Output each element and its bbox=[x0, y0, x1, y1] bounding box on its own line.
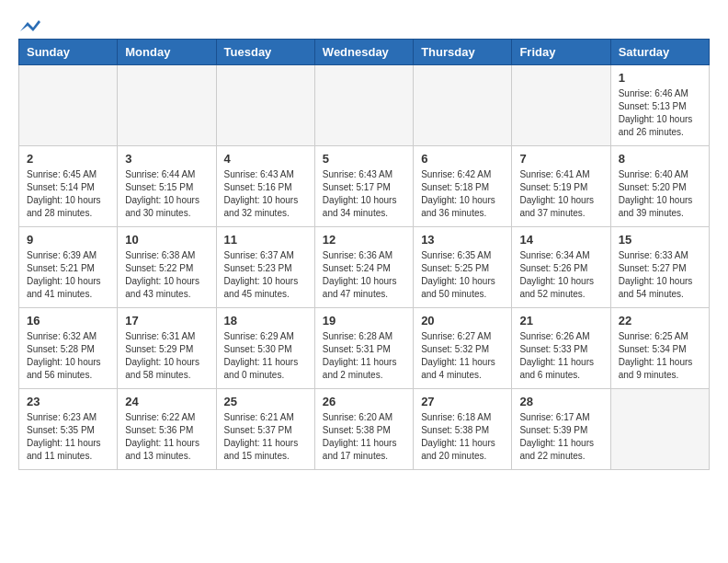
day-info: Sunrise: 6:37 AMSunset: 5:23 PMDaylight:… bbox=[224, 249, 307, 301]
day-number: 21 bbox=[519, 314, 602, 327]
day-number: 6 bbox=[421, 152, 504, 166]
day-number: 9 bbox=[27, 233, 109, 247]
day-number: 12 bbox=[323, 233, 405, 247]
day-info: Sunrise: 6:39 AMSunset: 5:21 PMDaylight:… bbox=[27, 249, 109, 301]
day-info: Sunrise: 6:28 AMSunset: 5:31 PMDaylight:… bbox=[323, 330, 405, 382]
day-info: Sunrise: 6:35 AMSunset: 5:25 PMDaylight:… bbox=[421, 249, 504, 301]
day-number: 20 bbox=[421, 314, 504, 327]
day-info: Sunrise: 6:18 AMSunset: 5:38 PMDaylight:… bbox=[421, 411, 504, 463]
day-info: Sunrise: 6:41 AMSunset: 5:19 PMDaylight:… bbox=[519, 168, 602, 220]
calendar-cell bbox=[19, 65, 118, 146]
day-number: 25 bbox=[224, 395, 307, 408]
calendar-cell: 24Sunrise: 6:22 AMSunset: 5:36 PMDayligh… bbox=[118, 389, 216, 470]
calendar-cell: 27Sunrise: 6:18 AMSunset: 5:38 PMDayligh… bbox=[414, 389, 512, 470]
calendar-cell: 8Sunrise: 6:40 AMSunset: 5:20 PMDaylight… bbox=[610, 146, 709, 227]
calendar-cell: 23Sunrise: 6:23 AMSunset: 5:35 PMDayligh… bbox=[19, 389, 118, 470]
calendar-week-2: 9Sunrise: 6:39 AMSunset: 5:21 PMDaylight… bbox=[19, 227, 710, 308]
calendar-table: SundayMondayTuesdayWednesdayThursdayFrid… bbox=[18, 39, 710, 470]
day-number: 28 bbox=[519, 395, 602, 408]
day-number: 13 bbox=[421, 233, 504, 247]
column-header-thursday: Thursday bbox=[414, 40, 512, 65]
day-info: Sunrise: 6:38 AMSunset: 5:22 PMDaylight:… bbox=[125, 249, 208, 301]
day-number: 7 bbox=[519, 152, 602, 166]
day-number: 27 bbox=[421, 395, 504, 408]
column-header-tuesday: Tuesday bbox=[216, 40, 314, 65]
calendar-header-row: SundayMondayTuesdayWednesdayThursdayFrid… bbox=[19, 40, 710, 65]
day-info: Sunrise: 6:46 AMSunset: 5:13 PMDaylight:… bbox=[619, 87, 701, 139]
calendar-cell: 2Sunrise: 6:45 AMSunset: 5:14 PMDaylight… bbox=[19, 146, 118, 227]
day-info: Sunrise: 6:29 AMSunset: 5:30 PMDaylight:… bbox=[224, 330, 307, 382]
calendar-cell: 4Sunrise: 6:43 AMSunset: 5:16 PMDaylight… bbox=[216, 146, 314, 227]
calendar-cell: 9Sunrise: 6:39 AMSunset: 5:21 PMDaylight… bbox=[19, 227, 118, 308]
day-info: Sunrise: 6:44 AMSunset: 5:15 PMDaylight:… bbox=[125, 168, 208, 220]
day-info: Sunrise: 6:17 AMSunset: 5:39 PMDaylight:… bbox=[519, 411, 602, 463]
day-number: 14 bbox=[519, 233, 602, 247]
calendar-cell bbox=[610, 389, 709, 470]
day-number: 11 bbox=[224, 233, 307, 247]
calendar-cell bbox=[512, 65, 610, 146]
day-number: 23 bbox=[27, 395, 109, 408]
day-number: 2 bbox=[27, 152, 109, 166]
page-header bbox=[18, 18, 710, 29]
day-number: 24 bbox=[125, 395, 208, 408]
day-number: 8 bbox=[619, 152, 701, 166]
day-number: 10 bbox=[125, 233, 208, 247]
day-info: Sunrise: 6:42 AMSunset: 5:18 PMDaylight:… bbox=[421, 168, 504, 220]
day-number: 4 bbox=[224, 152, 307, 166]
column-header-wednesday: Wednesday bbox=[314, 40, 413, 65]
day-info: Sunrise: 6:22 AMSunset: 5:36 PMDaylight:… bbox=[125, 411, 208, 463]
calendar-cell: 17Sunrise: 6:31 AMSunset: 5:29 PMDayligh… bbox=[118, 308, 216, 389]
calendar-cell: 15Sunrise: 6:33 AMSunset: 5:27 PMDayligh… bbox=[610, 227, 709, 308]
svg-marker-0 bbox=[20, 20, 40, 31]
column-header-saturday: Saturday bbox=[610, 40, 709, 65]
calendar-cell bbox=[216, 65, 314, 146]
day-info: Sunrise: 6:31 AMSunset: 5:29 PMDaylight:… bbox=[125, 330, 208, 382]
calendar-cell: 20Sunrise: 6:27 AMSunset: 5:32 PMDayligh… bbox=[414, 308, 512, 389]
day-number: 17 bbox=[125, 314, 208, 327]
day-info: Sunrise: 6:27 AMSunset: 5:32 PMDaylight:… bbox=[421, 330, 504, 382]
day-number: 26 bbox=[323, 395, 405, 408]
calendar-cell bbox=[414, 65, 512, 146]
day-info: Sunrise: 6:43 AMSunset: 5:17 PMDaylight:… bbox=[323, 168, 405, 220]
day-info: Sunrise: 6:25 AMSunset: 5:34 PMDaylight:… bbox=[619, 330, 701, 382]
day-number: 18 bbox=[224, 314, 307, 327]
day-number: 15 bbox=[619, 233, 701, 247]
calendar-cell: 7Sunrise: 6:41 AMSunset: 5:19 PMDaylight… bbox=[512, 146, 610, 227]
day-info: Sunrise: 6:34 AMSunset: 5:26 PMDaylight:… bbox=[519, 249, 602, 301]
day-info: Sunrise: 6:23 AMSunset: 5:35 PMDaylight:… bbox=[27, 411, 109, 463]
day-number: 16 bbox=[27, 314, 109, 327]
calendar-cell: 26Sunrise: 6:20 AMSunset: 5:38 PMDayligh… bbox=[314, 389, 413, 470]
column-header-monday: Monday bbox=[118, 40, 216, 65]
calendar-cell bbox=[118, 65, 216, 146]
logo-bird-icon bbox=[20, 18, 40, 33]
calendar-week-1: 2Sunrise: 6:45 AMSunset: 5:14 PMDaylight… bbox=[19, 146, 710, 227]
day-number: 1 bbox=[619, 71, 701, 85]
day-number: 3 bbox=[125, 152, 208, 166]
calendar-week-0: 1Sunrise: 6:46 AMSunset: 5:13 PMDaylight… bbox=[19, 65, 710, 146]
calendar-cell: 28Sunrise: 6:17 AMSunset: 5:39 PMDayligh… bbox=[512, 389, 610, 470]
calendar-cell: 16Sunrise: 6:32 AMSunset: 5:28 PMDayligh… bbox=[19, 308, 118, 389]
calendar-cell: 10Sunrise: 6:38 AMSunset: 5:22 PMDayligh… bbox=[118, 227, 216, 308]
day-info: Sunrise: 6:45 AMSunset: 5:14 PMDaylight:… bbox=[27, 168, 109, 220]
day-info: Sunrise: 6:21 AMSunset: 5:37 PMDaylight:… bbox=[224, 411, 307, 463]
calendar-cell: 25Sunrise: 6:21 AMSunset: 5:37 PMDayligh… bbox=[216, 389, 314, 470]
day-number: 5 bbox=[323, 152, 405, 166]
calendar-cell: 1Sunrise: 6:46 AMSunset: 5:13 PMDaylight… bbox=[610, 65, 709, 146]
calendar-cell: 18Sunrise: 6:29 AMSunset: 5:30 PMDayligh… bbox=[216, 308, 314, 389]
calendar-cell: 21Sunrise: 6:26 AMSunset: 5:33 PMDayligh… bbox=[512, 308, 610, 389]
column-header-sunday: Sunday bbox=[19, 40, 118, 65]
calendar-cell: 22Sunrise: 6:25 AMSunset: 5:34 PMDayligh… bbox=[610, 308, 709, 389]
day-info: Sunrise: 6:20 AMSunset: 5:38 PMDaylight:… bbox=[323, 411, 405, 463]
column-header-friday: Friday bbox=[512, 40, 610, 65]
calendar-cell: 19Sunrise: 6:28 AMSunset: 5:31 PMDayligh… bbox=[314, 308, 413, 389]
calendar-cell: 14Sunrise: 6:34 AMSunset: 5:26 PMDayligh… bbox=[512, 227, 610, 308]
calendar-cell: 11Sunrise: 6:37 AMSunset: 5:23 PMDayligh… bbox=[216, 227, 314, 308]
day-info: Sunrise: 6:43 AMSunset: 5:16 PMDaylight:… bbox=[224, 168, 307, 220]
calendar-cell: 13Sunrise: 6:35 AMSunset: 5:25 PMDayligh… bbox=[414, 227, 512, 308]
day-info: Sunrise: 6:26 AMSunset: 5:33 PMDaylight:… bbox=[519, 330, 602, 382]
calendar-week-4: 23Sunrise: 6:23 AMSunset: 5:35 PMDayligh… bbox=[19, 389, 710, 470]
calendar-cell: 3Sunrise: 6:44 AMSunset: 5:15 PMDaylight… bbox=[118, 146, 216, 227]
calendar-cell bbox=[314, 65, 413, 146]
day-info: Sunrise: 6:40 AMSunset: 5:20 PMDaylight:… bbox=[619, 168, 701, 220]
day-info: Sunrise: 6:36 AMSunset: 5:24 PMDaylight:… bbox=[323, 249, 405, 301]
